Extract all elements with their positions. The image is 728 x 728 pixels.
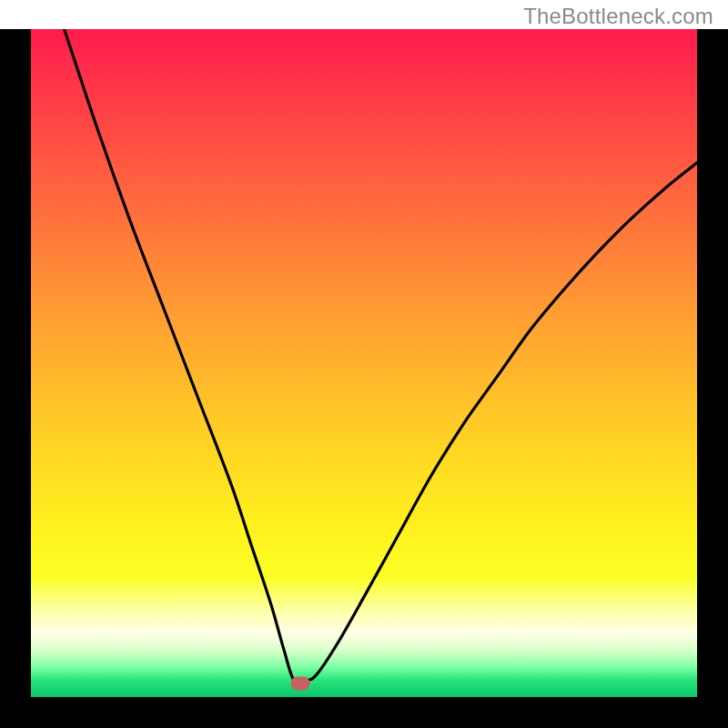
chart-plot-area (31, 29, 697, 697)
chart-curve (31, 29, 697, 697)
chart-stage: TheBottleneck.com (0, 0, 728, 728)
watermark-text: TheBottleneck.com (523, 4, 713, 29)
chart-outer-frame (0, 29, 728, 728)
bottleneck-curve-path (65, 29, 697, 682)
optimal-point-marker (291, 676, 310, 690)
